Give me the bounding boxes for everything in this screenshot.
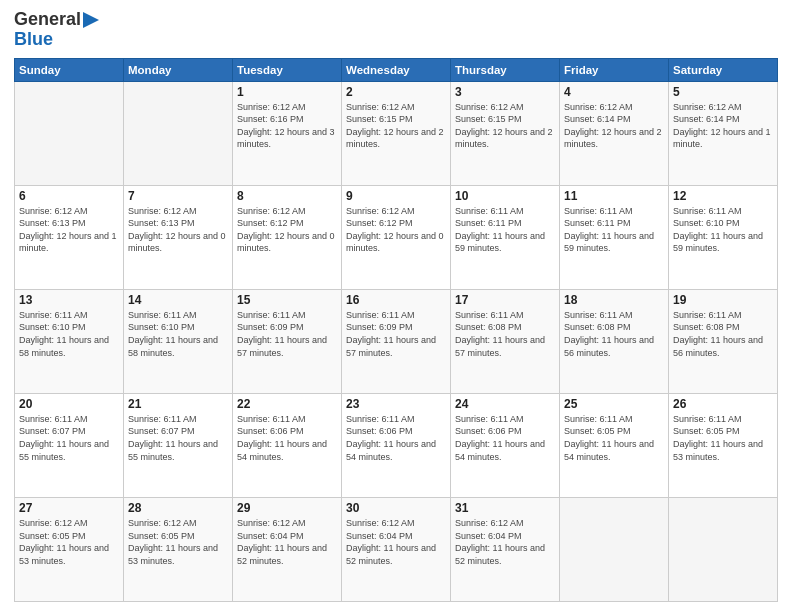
logo: General Blue bbox=[14, 10, 99, 50]
weekday-tuesday: Tuesday bbox=[233, 58, 342, 81]
day-number: 14 bbox=[128, 293, 228, 307]
week-row-4: 20Sunrise: 6:11 AMSunset: 6:07 PMDayligh… bbox=[15, 393, 778, 497]
calendar-cell: 22Sunrise: 6:11 AMSunset: 6:06 PMDayligh… bbox=[233, 393, 342, 497]
weekday-saturday: Saturday bbox=[669, 58, 778, 81]
calendar-cell: 20Sunrise: 6:11 AMSunset: 6:07 PMDayligh… bbox=[15, 393, 124, 497]
week-row-1: 1Sunrise: 6:12 AMSunset: 6:16 PMDaylight… bbox=[15, 81, 778, 185]
day-info: Sunrise: 6:11 AMSunset: 6:08 PMDaylight:… bbox=[673, 309, 773, 359]
day-info: Sunrise: 6:12 AMSunset: 6:14 PMDaylight:… bbox=[564, 101, 664, 151]
calendar-cell: 11Sunrise: 6:11 AMSunset: 6:11 PMDayligh… bbox=[560, 185, 669, 289]
calendar-cell: 21Sunrise: 6:11 AMSunset: 6:07 PMDayligh… bbox=[124, 393, 233, 497]
day-number: 6 bbox=[19, 189, 119, 203]
calendar-cell: 31Sunrise: 6:12 AMSunset: 6:04 PMDayligh… bbox=[451, 497, 560, 601]
day-number: 13 bbox=[19, 293, 119, 307]
day-number: 31 bbox=[455, 501, 555, 515]
calendar-cell: 10Sunrise: 6:11 AMSunset: 6:11 PMDayligh… bbox=[451, 185, 560, 289]
day-info: Sunrise: 6:11 AMSunset: 6:10 PMDaylight:… bbox=[19, 309, 119, 359]
calendar-cell: 24Sunrise: 6:11 AMSunset: 6:06 PMDayligh… bbox=[451, 393, 560, 497]
calendar-cell bbox=[124, 81, 233, 185]
weekday-friday: Friday bbox=[560, 58, 669, 81]
day-info: Sunrise: 6:12 AMSunset: 6:13 PMDaylight:… bbox=[128, 205, 228, 255]
day-info: Sunrise: 6:12 AMSunset: 6:15 PMDaylight:… bbox=[346, 101, 446, 151]
day-number: 4 bbox=[564, 85, 664, 99]
day-info: Sunrise: 6:11 AMSunset: 6:09 PMDaylight:… bbox=[237, 309, 337, 359]
day-info: Sunrise: 6:12 AMSunset: 6:15 PMDaylight:… bbox=[455, 101, 555, 151]
calendar-cell: 29Sunrise: 6:12 AMSunset: 6:04 PMDayligh… bbox=[233, 497, 342, 601]
day-info: Sunrise: 6:12 AMSunset: 6:13 PMDaylight:… bbox=[19, 205, 119, 255]
calendar-cell: 17Sunrise: 6:11 AMSunset: 6:08 PMDayligh… bbox=[451, 289, 560, 393]
day-number: 17 bbox=[455, 293, 555, 307]
logo-general: General bbox=[14, 10, 99, 30]
calendar-cell: 9Sunrise: 6:12 AMSunset: 6:12 PMDaylight… bbox=[342, 185, 451, 289]
day-number: 16 bbox=[346, 293, 446, 307]
day-number: 1 bbox=[237, 85, 337, 99]
day-info: Sunrise: 6:11 AMSunset: 6:08 PMDaylight:… bbox=[564, 309, 664, 359]
day-info: Sunrise: 6:12 AMSunset: 6:05 PMDaylight:… bbox=[128, 517, 228, 567]
calendar-cell: 30Sunrise: 6:12 AMSunset: 6:04 PMDayligh… bbox=[342, 497, 451, 601]
day-number: 24 bbox=[455, 397, 555, 411]
day-number: 26 bbox=[673, 397, 773, 411]
day-info: Sunrise: 6:11 AMSunset: 6:09 PMDaylight:… bbox=[346, 309, 446, 359]
calendar-body: 1Sunrise: 6:12 AMSunset: 6:16 PMDaylight… bbox=[15, 81, 778, 601]
day-info: Sunrise: 6:12 AMSunset: 6:04 PMDaylight:… bbox=[237, 517, 337, 567]
day-number: 10 bbox=[455, 189, 555, 203]
day-info: Sunrise: 6:12 AMSunset: 6:16 PMDaylight:… bbox=[237, 101, 337, 151]
calendar-cell: 25Sunrise: 6:11 AMSunset: 6:05 PMDayligh… bbox=[560, 393, 669, 497]
calendar-cell: 23Sunrise: 6:11 AMSunset: 6:06 PMDayligh… bbox=[342, 393, 451, 497]
day-number: 2 bbox=[346, 85, 446, 99]
calendar-cell: 28Sunrise: 6:12 AMSunset: 6:05 PMDayligh… bbox=[124, 497, 233, 601]
header: General Blue bbox=[14, 10, 778, 50]
weekday-monday: Monday bbox=[124, 58, 233, 81]
day-number: 25 bbox=[564, 397, 664, 411]
day-number: 15 bbox=[237, 293, 337, 307]
day-number: 30 bbox=[346, 501, 446, 515]
day-number: 22 bbox=[237, 397, 337, 411]
day-info: Sunrise: 6:11 AMSunset: 6:05 PMDaylight:… bbox=[673, 413, 773, 463]
week-row-2: 6Sunrise: 6:12 AMSunset: 6:13 PMDaylight… bbox=[15, 185, 778, 289]
weekday-wednesday: Wednesday bbox=[342, 58, 451, 81]
day-info: Sunrise: 6:12 AMSunset: 6:12 PMDaylight:… bbox=[346, 205, 446, 255]
day-info: Sunrise: 6:12 AMSunset: 6:12 PMDaylight:… bbox=[237, 205, 337, 255]
calendar-cell: 8Sunrise: 6:12 AMSunset: 6:12 PMDaylight… bbox=[233, 185, 342, 289]
calendar-cell: 7Sunrise: 6:12 AMSunset: 6:13 PMDaylight… bbox=[124, 185, 233, 289]
calendar-cell: 3Sunrise: 6:12 AMSunset: 6:15 PMDaylight… bbox=[451, 81, 560, 185]
calendar-cell: 16Sunrise: 6:11 AMSunset: 6:09 PMDayligh… bbox=[342, 289, 451, 393]
day-number: 9 bbox=[346, 189, 446, 203]
day-info: Sunrise: 6:12 AMSunset: 6:14 PMDaylight:… bbox=[673, 101, 773, 151]
day-number: 21 bbox=[128, 397, 228, 411]
day-info: Sunrise: 6:11 AMSunset: 6:11 PMDaylight:… bbox=[564, 205, 664, 255]
calendar-cell bbox=[669, 497, 778, 601]
calendar-cell: 6Sunrise: 6:12 AMSunset: 6:13 PMDaylight… bbox=[15, 185, 124, 289]
day-number: 8 bbox=[237, 189, 337, 203]
day-info: Sunrise: 6:11 AMSunset: 6:08 PMDaylight:… bbox=[455, 309, 555, 359]
calendar-cell: 18Sunrise: 6:11 AMSunset: 6:08 PMDayligh… bbox=[560, 289, 669, 393]
calendar-cell bbox=[15, 81, 124, 185]
week-row-3: 13Sunrise: 6:11 AMSunset: 6:10 PMDayligh… bbox=[15, 289, 778, 393]
calendar-cell bbox=[560, 497, 669, 601]
day-info: Sunrise: 6:11 AMSunset: 6:06 PMDaylight:… bbox=[237, 413, 337, 463]
calendar-cell: 26Sunrise: 6:11 AMSunset: 6:05 PMDayligh… bbox=[669, 393, 778, 497]
calendar-cell: 19Sunrise: 6:11 AMSunset: 6:08 PMDayligh… bbox=[669, 289, 778, 393]
day-number: 18 bbox=[564, 293, 664, 307]
calendar-cell: 13Sunrise: 6:11 AMSunset: 6:10 PMDayligh… bbox=[15, 289, 124, 393]
calendar-cell: 2Sunrise: 6:12 AMSunset: 6:15 PMDaylight… bbox=[342, 81, 451, 185]
day-number: 28 bbox=[128, 501, 228, 515]
day-info: Sunrise: 6:11 AMSunset: 6:07 PMDaylight:… bbox=[128, 413, 228, 463]
calendar-cell: 12Sunrise: 6:11 AMSunset: 6:10 PMDayligh… bbox=[669, 185, 778, 289]
day-number: 23 bbox=[346, 397, 446, 411]
calendar-cell: 15Sunrise: 6:11 AMSunset: 6:09 PMDayligh… bbox=[233, 289, 342, 393]
calendar-cell: 1Sunrise: 6:12 AMSunset: 6:16 PMDaylight… bbox=[233, 81, 342, 185]
calendar-cell: 5Sunrise: 6:12 AMSunset: 6:14 PMDaylight… bbox=[669, 81, 778, 185]
logo-blue: Blue bbox=[14, 30, 53, 50]
week-row-5: 27Sunrise: 6:12 AMSunset: 6:05 PMDayligh… bbox=[15, 497, 778, 601]
day-number: 27 bbox=[19, 501, 119, 515]
day-info: Sunrise: 6:11 AMSunset: 6:10 PMDaylight:… bbox=[673, 205, 773, 255]
weekday-sunday: Sunday bbox=[15, 58, 124, 81]
day-info: Sunrise: 6:11 AMSunset: 6:10 PMDaylight:… bbox=[128, 309, 228, 359]
day-info: Sunrise: 6:11 AMSunset: 6:06 PMDaylight:… bbox=[346, 413, 446, 463]
weekday-row: SundayMondayTuesdayWednesdayThursdayFrid… bbox=[15, 58, 778, 81]
day-info: Sunrise: 6:11 AMSunset: 6:05 PMDaylight:… bbox=[564, 413, 664, 463]
day-number: 20 bbox=[19, 397, 119, 411]
calendar-table: SundayMondayTuesdayWednesdayThursdayFrid… bbox=[14, 58, 778, 602]
weekday-thursday: Thursday bbox=[451, 58, 560, 81]
